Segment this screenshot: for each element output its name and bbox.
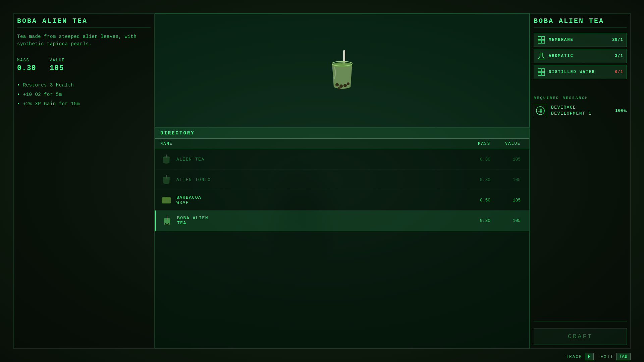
ingredient-icon (537, 52, 545, 60)
col-name-header: NAME (160, 141, 450, 146)
mass-value: 0.30 (17, 64, 36, 72)
research-info: BEVERAGE DEVELOPMENT 1 (551, 105, 611, 117)
svg-rect-22 (542, 40, 545, 43)
directory-list[interactable]: ALIEN TEA0.30105 ALIEN TONIC0.30105 BARB… (155, 149, 529, 348)
ingredient-row: DISTILLED WATER0/1 (534, 65, 627, 79)
center-panel: DIRECTORY NAME MASS VALUE ALIEN TEA0.301… (154, 13, 530, 349)
directory-title: DIRECTORY (160, 130, 524, 136)
boba-tea-illustration (327, 49, 357, 92)
research-name: BEVERAGE DEVELOPMENT 1 (551, 105, 611, 117)
craft-button[interactable]: CRAFT (534, 328, 627, 345)
ingredient-icon (537, 36, 545, 44)
effect-item: Restores 3 Health (17, 82, 151, 88)
item-description: Tea made from steeped alien leaves, with… (17, 33, 151, 48)
track-action[interactable]: TRACK R (566, 353, 594, 360)
svg-rect-26 (538, 72, 541, 75)
svg-rect-24 (538, 69, 541, 72)
directory-item-icon (160, 153, 172, 165)
research-percent: 100% (615, 108, 627, 113)
value-label: VALUE (50, 58, 65, 63)
svg-point-6 (347, 82, 350, 85)
svg-point-7 (338, 87, 340, 89)
item-title: BOBA ALIEN TEA (17, 17, 151, 28)
value-stat: VALUE 105 (50, 58, 65, 72)
directory-item[interactable]: BOBA ALIEN TEA0.30105 (155, 210, 529, 231)
ingredient-row: AROMATIC3/1 (534, 49, 627, 63)
svg-point-13 (162, 197, 171, 199)
stats-row: MASS 0.30 VALUE 105 (17, 58, 151, 72)
ingredients-list: MEMBRANE29/1 AROMATIC3/1 DISTILLED WATER… (534, 33, 627, 79)
directory-item[interactable]: ALIEN TONIC0.30105 (155, 170, 529, 190)
svg-rect-19 (538, 37, 541, 40)
svg-rect-27 (542, 72, 545, 75)
exit-action[interactable]: EXIT TAB (600, 353, 631, 360)
svg-rect-25 (542, 69, 545, 72)
directory-header: DIRECTORY (155, 128, 529, 139)
value-value: 105 (50, 64, 65, 72)
directory-item-mass: 0.30 (450, 218, 490, 223)
svg-rect-20 (542, 37, 545, 40)
ingredient-count: 0/1 (615, 70, 623, 74)
directory-item-name: BOBA ALIEN TEA (177, 216, 450, 226)
effects-list: Restores 3 Health+10 O2 for 5m+2% XP Gai… (17, 82, 151, 107)
bottom-bar: TRACK R EXIT TAB (566, 353, 631, 360)
ingredient-count: 3/1 (615, 54, 623, 58)
right-panel: BOBA ALIEN TEA MEMBRANE29/1 AROMATIC3/1 … (530, 13, 631, 349)
exit-key[interactable]: TAB (616, 353, 631, 360)
main-container: BOBA ALIEN TEA Tea made from steeped ali… (13, 13, 631, 349)
directory-item-icon (160, 174, 172, 186)
mass-label: MASS (17, 58, 36, 63)
ingredient-count: 29/1 (612, 38, 623, 42)
svg-point-18 (168, 223, 169, 225)
track-key[interactable]: R (585, 353, 594, 360)
svg-rect-21 (538, 40, 541, 43)
svg-rect-15 (167, 216, 167, 220)
svg-rect-11 (166, 175, 167, 178)
research-icon (534, 104, 547, 117)
directory-item-value: 105 (490, 157, 524, 162)
directory-item-name: ALIEN TEA (176, 157, 450, 162)
item-preview (155, 13, 530, 127)
directory-item[interactable]: BARBACOA WRAP0.50185 (155, 190, 529, 210)
directory-columns: NAME MASS VALUE (155, 139, 529, 149)
mass-stat: MASS 0.30 (17, 58, 36, 72)
directory-section: DIRECTORY NAME MASS VALUE ALIEN TEA0.301… (155, 127, 530, 349)
directory-item-value: 105 (490, 218, 524, 223)
col-mass-header: MASS (450, 141, 490, 146)
col-value-header: VALUE (490, 141, 524, 146)
directory-item-mass: 0.30 (450, 157, 490, 162)
research-section: REQUIRED RESEARCH BEVERAGE DEVELOPMENT 1… (534, 96, 627, 321)
directory-item-name: BARBACOA WRAP (176, 195, 450, 205)
ingredient-icon (537, 68, 545, 76)
svg-point-16 (165, 223, 166, 225)
ingredient-name: MEMBRANE (549, 38, 612, 42)
directory-item-value: 185 (490, 198, 524, 203)
research-item: BEVERAGE DEVELOPMENT 1 100% (534, 104, 627, 117)
svg-rect-9 (166, 155, 167, 158)
directory-item-name: ALIEN TONIC (176, 177, 450, 182)
svg-point-17 (166, 224, 168, 225)
beverage-icon (536, 106, 545, 115)
directory-item-mass: 0.50 (450, 198, 490, 203)
directory-item-mass: 0.30 (450, 177, 490, 182)
svg-point-5 (343, 84, 347, 87)
effect-item: +2% XP Gain for 15m (17, 101, 151, 107)
left-panel: BOBA ALIEN TEA Tea made from steeped ali… (13, 13, 154, 349)
research-label: REQUIRED RESEARCH (534, 96, 627, 100)
directory-item-value: 105 (490, 177, 524, 182)
ingredient-name: DISTILLED WATER (549, 70, 615, 74)
ingredient-row: MEMBRANE29/1 (534, 33, 627, 47)
ingredient-name: AROMATIC (549, 54, 615, 58)
directory-item-icon (161, 215, 173, 227)
exit-label: EXIT (600, 354, 613, 359)
track-label: TRACK (566, 354, 582, 359)
svg-point-3 (335, 83, 339, 86)
right-title: BOBA ALIEN TEA (534, 17, 627, 28)
directory-item-icon (160, 194, 172, 206)
effect-item: +10 O2 for 5m (17, 92, 151, 97)
directory-item[interactable]: ALIEN TEA0.30105 (155, 149, 529, 170)
craft-area[interactable]: CRAFT (534, 321, 627, 345)
